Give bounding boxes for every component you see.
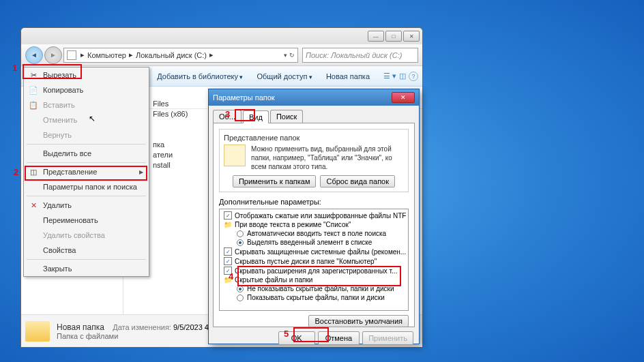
- dialog-title: Параметры папок: [213, 93, 275, 102]
- restore-defaults-button[interactable]: Восстановить умолчания: [308, 315, 409, 327]
- adv-row-label: Скрывать пустые диски в папке "Компьютер…: [235, 258, 377, 265]
- adv-row-label: Не показывать скрытые файлы, папки и дис…: [247, 285, 394, 292]
- advanced-label: Дополнительные параметры:: [219, 198, 409, 206]
- folder-icon: [25, 321, 50, 342]
- computer-icon: [67, 50, 76, 60]
- adv-row[interactable]: Выделять введенный элемент в списке: [221, 238, 407, 247]
- view-icon[interactable]: ☰ ▾: [383, 72, 396, 81]
- checkbox-icon[interactable]: ✓: [224, 211, 232, 220]
- adv-row-label: Показывать скрытые файлы, папки и диски: [247, 294, 385, 301]
- include-button[interactable]: Добавить в библиотеку: [151, 70, 248, 82]
- menu-redo: Вернуть: [24, 127, 149, 142]
- tab-strip: Об... Вид Поиск: [209, 106, 419, 123]
- max-button[interactable]: □: [385, 31, 402, 42]
- adv-row[interactable]: ✓Скрывать расширения для зарегистрирован…: [221, 266, 407, 275]
- status-name: Новая папка: [57, 322, 104, 332]
- tab-search[interactable]: Поиск: [270, 110, 303, 123]
- menu-removeprops: Удалить свойства: [24, 228, 149, 243]
- adv-row-label: Скрывать защищенные системные файлы (рек…: [235, 248, 406, 256]
- menu-paste: 📋Вставить: [24, 97, 149, 112]
- adv-row[interactable]: 📁При вводе текста в режиме "Список": [221, 220, 407, 229]
- menu-folder-options[interactable]: Параметры папок и поиска: [24, 179, 149, 194]
- callout-2: 2: [14, 167, 18, 177]
- callout-4: 4: [229, 271, 233, 282]
- min-button[interactable]: —: [368, 31, 384, 42]
- adv-row-label: Выделять введенный элемент в списке: [247, 239, 372, 246]
- adv-row-label: При вводе текста в режиме "Список": [235, 221, 351, 228]
- adv-row-label: Автоматически вводить текст в поле поиск…: [247, 230, 386, 237]
- menu-undo: Отменить↖: [24, 112, 149, 127]
- organize-menu: ✂Вырезать 📄Копировать 📋Вставить Отменить…: [23, 67, 149, 277]
- adv-row[interactable]: Автоматически вводить текст в поле поиск…: [221, 229, 407, 238]
- menu-selectall[interactable]: Выделить все: [24, 146, 149, 161]
- navbar: ◄ ► ▸ Компьютер ▸ Локальный диск (C:) ▸ …: [21, 44, 422, 66]
- apply-button[interactable]: Применить: [362, 331, 413, 345]
- cursor-icon: ↖: [89, 114, 96, 123]
- menu-close[interactable]: Закрыть: [24, 261, 149, 276]
- tab-view[interactable]: Вид: [243, 110, 269, 123]
- menu-delete[interactable]: ✕Удалить: [24, 198, 149, 213]
- address-bar[interactable]: ▸ Компьютер ▸ Локальный диск (C:) ▸ ▾ ↻: [63, 48, 298, 63]
- checkbox-icon[interactable]: ✓: [224, 257, 232, 265]
- forward-button[interactable]: ►: [44, 46, 62, 64]
- share-button[interactable]: Общий доступ: [252, 70, 318, 82]
- crumb-computer[interactable]: Компьютер: [86, 51, 128, 59]
- menu-layout[interactable]: ◫Представление▶: [24, 164, 149, 179]
- status-type: Папка с файлами: [57, 332, 233, 340]
- folder-view-icon: [224, 145, 246, 166]
- callout-1: 1: [12, 63, 17, 73]
- adv-row[interactable]: Не показывать скрытые файлы, папки и дис…: [221, 284, 407, 293]
- checkbox-icon[interactable]: ✓: [224, 247, 232, 256]
- adv-row[interactable]: 📁Скрытые файлы и папки: [221, 275, 407, 284]
- radio-icon[interactable]: [237, 230, 244, 237]
- back-button[interactable]: ◄: [25, 46, 43, 64]
- adv-row-label: Отображать сжатые или зашифрованные файл…: [235, 212, 406, 220]
- newfolder-button[interactable]: Новая папка: [321, 70, 375, 82]
- radio-icon[interactable]: [237, 239, 244, 246]
- search-input[interactable]: Поиск: Локальный диск (C:): [302, 48, 418, 63]
- folder-tree-icon: 📁: [224, 221, 232, 228]
- folder-view-group: Представление папок Можно применить вид,…: [219, 129, 409, 192]
- menu-properties[interactable]: Свойства: [24, 243, 149, 258]
- file-fragments: Files Files (x86) пка атели nstall: [153, 99, 188, 170]
- adv-row[interactable]: ✓Скрывать защищенные системные файлы (ре…: [221, 247, 407, 256]
- menu-cut[interactable]: ✂Вырезать: [24, 67, 149, 82]
- dialog-titlebar[interactable]: Параметры папок ✕: [209, 89, 419, 106]
- pane-icon[interactable]: ◫: [399, 72, 406, 81]
- menu-rename[interactable]: Переименовать: [24, 213, 149, 228]
- adv-row[interactable]: ✓Скрывать пустые диски в папке "Компьюте…: [221, 256, 407, 266]
- menu-copy[interactable]: 📄Копировать: [24, 82, 149, 97]
- radio-icon[interactable]: [237, 286, 244, 292]
- adv-row-label: Скрывать расширения для зарегистрированн…: [235, 267, 397, 275]
- radio-icon[interactable]: [237, 295, 244, 301]
- adv-row[interactable]: Показывать скрытые файлы, папки и диски: [221, 293, 407, 302]
- folder-options-dialog: Параметры папок ✕ Об... Вид Поиск Предст…: [208, 89, 420, 344]
- callout-3: 3: [225, 109, 230, 119]
- group-title: Представление папок: [224, 134, 404, 142]
- cancel-button[interactable]: Отмена: [318, 331, 360, 345]
- dialog-close-button[interactable]: ✕: [392, 92, 415, 103]
- apply-folders-button[interactable]: Применить к папкам: [233, 175, 317, 187]
- dialog-body: Представление папок Можно применить вид,…: [213, 123, 415, 327]
- callout-5: 5: [284, 329, 289, 339]
- explorer-titlebar: — □ ✕: [21, 28, 422, 44]
- help-icon[interactable]: ?: [409, 72, 418, 81]
- advanced-list[interactable]: ✓Отображать сжатые или зашифрованные фай…: [219, 209, 409, 311]
- adv-row[interactable]: ✓Отображать сжатые или зашифрованные фай…: [221, 211, 407, 220]
- close-button[interactable]: ✕: [403, 31, 420, 42]
- adv-row-label: Скрытые файлы и папки: [235, 276, 312, 284]
- crumb-drive[interactable]: Локальный диск (C:): [134, 51, 208, 59]
- reset-folders-button[interactable]: Сброс вида папок: [320, 175, 395, 187]
